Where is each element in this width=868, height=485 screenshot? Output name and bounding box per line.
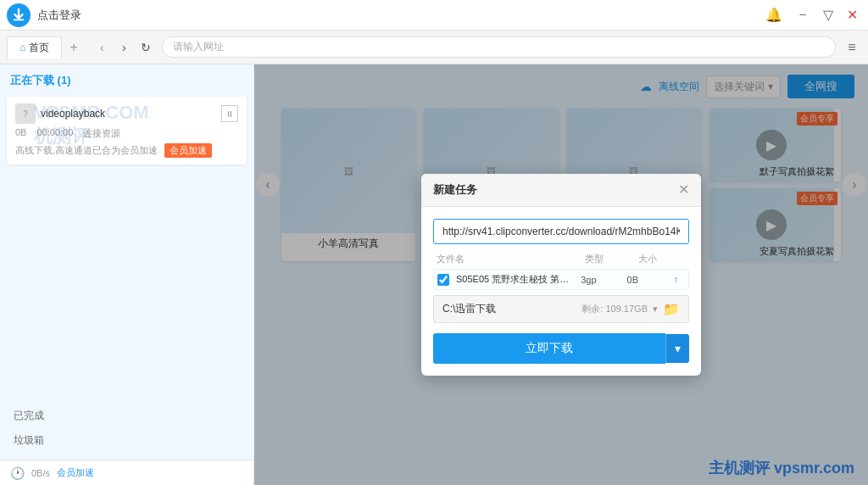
app-window: 点击登录 🔔 － ▽ ✕ ⌂ 首页 + ‹ › ↻ 请输入网址 ≡ 正在下载 (…: [0, 0, 868, 485]
address-placeholder: 请输入网址: [173, 40, 224, 54]
dialog-body: 文件名 类型 大小 S05E05 荒野求生秘技 第五手... 3gp 0B ↑: [421, 207, 701, 376]
save-path-text: C:\迅雷下载: [442, 302, 576, 316]
nav-refresh-button[interactable]: ↻: [136, 38, 155, 57]
app-logo: [7, 3, 31, 27]
footer-vip-label[interactable]: 会员加速: [57, 466, 94, 479]
nav-back-button[interactable]: ‹: [92, 38, 111, 57]
col-filename-header: 文件名: [437, 253, 578, 265]
download-item-header: ? videoplayback ⏸: [15, 103, 238, 124]
close-button[interactable]: ✕: [843, 7, 861, 23]
save-path-arrow[interactable]: ▾: [653, 304, 658, 315]
file-checkbox[interactable]: [437, 274, 449, 286]
download-info: 0B 00:00:00 连接资源: [15, 127, 238, 140]
maximize-button[interactable]: ▽: [820, 7, 837, 23]
download-main-button[interactable]: 立即下载: [433, 333, 665, 364]
title-bar: 点击登录 🔔 － ▽ ✕: [0, 0, 868, 31]
save-path-row: C:\迅雷下载 剩余: 109.17GB ▾ 📁: [433, 295, 689, 323]
file-size: 0B: [627, 275, 666, 285]
download-size: 0B: [15, 127, 26, 140]
svg-rect-0: [14, 19, 25, 20]
tab-home-label: 首页: [29, 41, 49, 55]
new-task-dialog: 新建任务 ✕ 文件名 类型 大小: [421, 174, 701, 376]
speed-tip-row: 高线下载,高速通道已合为会员加速 会员加速: [15, 143, 238, 158]
download-file-icon: ?: [15, 103, 36, 124]
tab-home[interactable]: ⌂ 首页: [7, 36, 62, 59]
sidebar-item-completed[interactable]: 已完成: [10, 404, 243, 428]
menu-button[interactable]: ≡: [843, 38, 861, 57]
sidebar: 正在下载 (1) ? videoplayback ⏸ 0B 00:00:00 连…: [0, 64, 254, 485]
download-btn-row: 立即下载 ▾: [433, 333, 689, 364]
downloading-label: 正在下载 (1): [10, 74, 71, 86]
sidebar-bottom-nav: 已完成 垃圾箱: [0, 397, 253, 460]
speed-tip: 高线下载,高速通道已合为会员加速: [15, 144, 158, 157]
file-table-header: 文件名 类型 大小: [433, 253, 689, 265]
url-input[interactable]: [433, 219, 689, 244]
dialog-header: 新建任务 ✕: [421, 174, 701, 207]
window-controls: 🔔 － ▽ ✕: [765, 6, 861, 24]
dialog-close-button[interactable]: ✕: [678, 183, 689, 197]
tab-add-button[interactable]: +: [62, 36, 86, 59]
download-name: videoplayback: [41, 108, 221, 120]
dialog-overlay: 新建任务 ✕ 文件名 类型 大小: [254, 64, 868, 485]
file-type: 3gp: [581, 275, 620, 285]
pause-button[interactable]: ⏸: [221, 105, 238, 122]
col-size-header: 大小: [638, 253, 686, 265]
home-icon: ⌂: [19, 42, 25, 53]
file-name: S05E05 荒野求生秘技 第五手...: [456, 273, 574, 286]
file-row: S05E05 荒野求生秘技 第五手... 3gp 0B ↑: [433, 269, 689, 290]
col-type-header: 类型: [585, 253, 632, 265]
vip-accelerate-button[interactable]: 会员加速: [164, 143, 212, 158]
sidebar-footer: 🕐 0B/s 会员加速: [0, 460, 253, 485]
browser-bar: ⌂ 首页 + ‹ › ↻ 请输入网址 ≡: [0, 31, 868, 64]
app-title: 点击登录: [37, 8, 765, 23]
dialog-title: 新建任务: [433, 182, 477, 198]
nav-forward-button[interactable]: ›: [114, 38, 133, 57]
browser-content: ☁ 离线空间 选择关键词 ▾ 全网搜 ‹ 🖼 小羊高清写真: [254, 64, 868, 485]
download-time: 00:00:00: [36, 127, 73, 140]
notification-icon[interactable]: 🔔: [765, 7, 782, 23]
sidebar-header: 正在下载 (1): [0, 64, 253, 97]
main-content: 正在下载 (1) ? videoplayback ⏸ 0B 00:00:00 连…: [0, 64, 868, 485]
save-path-remaining: 剩余: 109.17GB: [581, 303, 648, 315]
clock-icon: 🕐: [10, 466, 25, 480]
minimize-button[interactable]: －: [793, 6, 813, 24]
address-bar[interactable]: 请输入网址: [162, 36, 836, 58]
source-button[interactable]: 连接资源: [83, 127, 120, 140]
download-item: ? videoplayback ⏸ 0B 00:00:00 连接资源 高线下载,…: [7, 97, 247, 164]
download-arrow-button[interactable]: ▾: [665, 334, 689, 363]
sidebar-item-trash[interactable]: 垃圾箱: [10, 428, 243, 453]
browser-nav: ‹ › ↻: [92, 38, 155, 57]
speed-icon: ↑: [673, 274, 685, 286]
footer-speed: 0B/s: [31, 468, 50, 478]
folder-icon[interactable]: 📁: [663, 301, 680, 317]
